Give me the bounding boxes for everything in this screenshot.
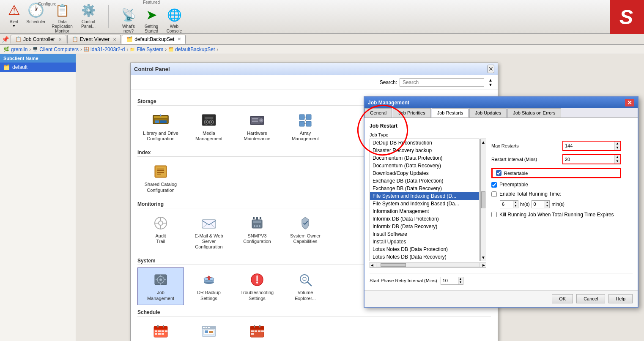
svg-rect-90	[254, 325, 255, 327]
icon-media-management[interactable]: MediaManagement	[186, 108, 232, 145]
jm-tab-job-status-on-errors[interactable]: Job Status on Errors	[507, 108, 561, 117]
panel-close-button[interactable]: ✕	[488, 65, 494, 73]
list-item-install-software[interactable]: Install Software	[370, 230, 479, 238]
hrs-up[interactable]: ▲	[513, 201, 518, 204]
toolbar-control-panel[interactable]: ⚙️ ControlPanel...	[78, 2, 99, 29]
icon-audit-trail[interactable]: AuditTrail	[137, 211, 184, 254]
jm-tab-job-updates[interactable]: Job Updates	[469, 108, 507, 117]
icon-troubleshooting[interactable]: TroubleshootingSettings	[234, 267, 280, 305]
svg-rect-20	[299, 115, 304, 120]
icon-custom-calendars[interactable]: CustomCalendars	[137, 319, 184, 338]
icon-library-drive[interactable]: Library and DriveConfiguration	[137, 108, 184, 145]
icon-system-owner[interactable]: System OwnerCapabilities	[282, 211, 329, 254]
min-up[interactable]: ▲	[545, 201, 550, 204]
list-scroll-down[interactable]: ▼	[481, 255, 485, 260]
list-item-install-updates[interactable]: Install Updates	[370, 238, 479, 246]
tab-default-backup-set[interactable]: 🗂️ defaultBackupSet ✕	[122, 35, 186, 44]
jm-close-button[interactable]: ✕	[625, 99, 634, 106]
list-scroll-right[interactable]: ►	[482, 263, 486, 267]
list-item-informix-dr[interactable]: Informix DB (Data Recovery)	[370, 223, 479, 230]
cancel-button[interactable]: Cancel	[576, 294, 605, 303]
start-phase-down[interactable]: ▼	[458, 281, 463, 284]
list-scrollbar-thumb[interactable]	[481, 191, 485, 208]
jm-tab-general[interactable]: General	[364, 108, 392, 117]
preemptable-checkbox[interactable]	[491, 182, 497, 188]
list-scroll-up[interactable]: ▲	[481, 140, 485, 145]
list-item-filesystem-indexing-2[interactable]: File System and Indexing Based (Da...	[370, 200, 479, 207]
list-item-download[interactable]: Download/Copy Updates	[370, 169, 479, 177]
svg-rect-70	[158, 333, 161, 335]
tab-job-controller[interactable]: 📋 Job Controller ✕	[11, 35, 66, 44]
start-phase-up[interactable]: ▲	[458, 277, 463, 281]
list-item-informix-dp[interactable]: Informix DB (Data Protection)	[370, 215, 479, 223]
icon-snmpv3[interactable]: SNMPV3Configuration	[234, 211, 280, 254]
featured-label: Featured	[118, 0, 185, 5]
tab-close-default-backup-set[interactable]: ✕	[178, 37, 181, 41]
ok-button[interactable]: OK	[552, 294, 573, 303]
tab-close-job-controller[interactable]: ✕	[58, 37, 62, 42]
restartable-checkbox[interactable]	[496, 170, 501, 176]
list-item-info-mgmt[interactable]: Information Management	[370, 207, 479, 215]
jm-tab-job-restarts[interactable]: Job Restarts	[432, 108, 469, 117]
icon-email-web[interactable]: E-Mail & Web ServerConfiguration	[186, 211, 232, 254]
svg-rect-39	[253, 221, 261, 223]
sidebar-item-default[interactable]: 🗂️ default	[0, 63, 76, 72]
list-item-lotus-dp[interactable]: Lotus Notes DB (Data Protection)	[370, 246, 479, 253]
svg-point-48	[159, 278, 162, 281]
min-down[interactable]: ▼	[545, 204, 550, 207]
max-restarts-input[interactable]	[563, 142, 614, 149]
list-item-exchange-dr[interactable]: Exchange DB (Data Recovery)	[370, 185, 479, 192]
max-restarts-up[interactable]: ▲	[614, 142, 620, 146]
toolbar-getting-started[interactable]: ➤ GettingStarted	[141, 6, 162, 33]
icon-job-management[interactable]: JobManagement	[137, 267, 184, 305]
list-item-media-refresh[interactable]: Media Refresh	[370, 261, 479, 261]
icon-set-holidays[interactable]: SetHolidays	[234, 319, 280, 338]
svg-rect-67	[162, 330, 164, 332]
restart-interval-down[interactable]: ▼	[614, 159, 620, 164]
svg-point-8	[206, 121, 207, 123]
toolbar-alert[interactable]: ⚠ Alert ▼	[3, 2, 25, 28]
hrs-label: hr(s)	[520, 202, 530, 207]
search-bar: Search: ▲ ▼	[131, 75, 498, 90]
start-phase-input[interactable]	[441, 277, 458, 284]
icon-volume-explorer[interactable]: VolumeExplorer...	[282, 267, 329, 305]
list-item-lotus-dr[interactable]: Lotus Notes DB (Data Recovery)	[370, 253, 479, 261]
icon-array-management[interactable]: ArrayManagement	[282, 108, 329, 145]
icon-operation-window[interactable]: OperationWindow	[186, 319, 232, 338]
help-button[interactable]: Help	[608, 294, 633, 303]
kill-running-checkbox[interactable]	[491, 212, 497, 217]
min-input[interactable]	[532, 201, 545, 207]
icon-shared-catalog[interactable]: Shared CatalogConfiguration	[137, 159, 184, 196]
restart-interval-up[interactable]: ▲	[614, 155, 620, 159]
list-hscrollbar-thumb[interactable]	[381, 263, 406, 267]
panel-title-bar: Control Panel ✕	[131, 63, 498, 75]
hrs-down[interactable]: ▼	[513, 204, 518, 207]
scroll-up-icon[interactable]: ▲	[488, 78, 493, 82]
svg-rect-76	[203, 327, 205, 328]
toolbar-web-console[interactable]: 🌐 WebConsole	[164, 6, 185, 33]
list-item-documentum-dr[interactable]: Documentum (Data Recovery)	[370, 162, 479, 169]
sidebar: Subclient Name 🗂️ default	[0, 54, 76, 341]
list-item-filesystem-indexing-1[interactable]: File System and Indexing Based (D...	[370, 192, 479, 200]
list-item-exchange-dp[interactable]: Exchange DB (Data Protection)	[370, 177, 479, 185]
max-restarts-down[interactable]: ▼	[614, 146, 620, 150]
list-item-dedup[interactable]: DeDup DB Reconstruction	[370, 139, 479, 147]
icon-dr-backup[interactable]: DR BackupSettings	[186, 267, 232, 305]
tab-pin[interactable]: 📌	[2, 36, 9, 43]
list-item-dr-backup[interactable]: Disaster Recovery backup	[370, 147, 479, 154]
tab-event-viewer[interactable]: 📋 Event Viewer ✕	[67, 35, 121, 44]
tab-close-event-viewer[interactable]: ✕	[113, 37, 116, 42]
restart-interval-label: Restart Interval (Mins)	[491, 157, 559, 162]
list-item-documentum-dp[interactable]: Documentum (Data Protection)	[370, 154, 479, 162]
scroll-down-icon[interactable]: ▼	[488, 82, 493, 87]
toolbar-data-replication[interactable]: 📋 Data ReplicationMonitor	[47, 2, 77, 33]
search-input[interactable]	[400, 78, 484, 87]
toolbar-whats-new[interactable]: 📡 What'snew?	[118, 6, 139, 33]
jm-tab-job-priorities[interactable]: Job Priorities	[393, 108, 431, 117]
restart-interval-input[interactable]	[563, 156, 614, 163]
list-scroll-left[interactable]: ◄	[370, 263, 374, 267]
job-type-list[interactable]: DeDup DB Reconstruction Disaster Recover…	[370, 139, 480, 261]
icon-hardware-maintenance[interactable]: HardwareMaintenance	[234, 108, 280, 145]
enable-total-running-time-checkbox[interactable]	[491, 191, 497, 197]
hrs-input[interactable]	[500, 201, 513, 207]
